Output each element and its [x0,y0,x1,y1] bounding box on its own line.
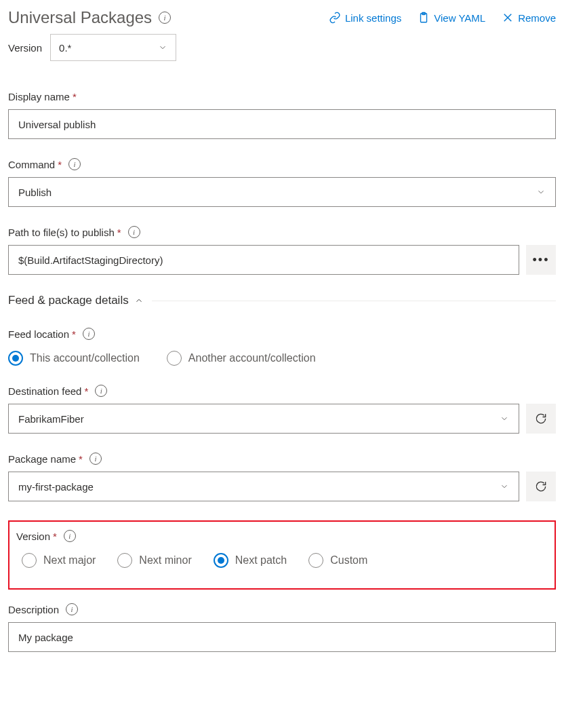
chevron-down-icon [500,414,509,423]
radio-icon [117,553,132,568]
package-name-row: my-first-package [8,472,556,501]
radio-another-account[interactable]: Another account/collection [167,351,316,366]
package-name-field: Package name* i my-first-package [8,453,556,501]
close-icon [502,12,514,24]
required-asterisk: * [72,328,76,340]
remove-label: Remove [518,12,556,24]
chevron-down-icon [536,187,546,197]
required-asterisk: * [73,91,77,102]
feed-location-field: Feed location* i This account/collection… [8,328,556,366]
version-picker-select[interactable]: 0.* [50,34,176,61]
browse-button[interactable]: ••• [526,245,556,275]
page-title: Universal Packages [8,8,152,27]
info-icon[interactable]: i [68,158,81,170]
view-yaml-label: View YAML [434,12,485,24]
required-asterisk: * [84,385,88,397]
info-icon[interactable]: i [159,12,171,24]
display-name-input[interactable] [8,109,556,139]
link-icon [329,12,341,24]
description-label: Description [8,604,59,615]
version-field: Version* i Next major Next minor Next pa… [16,530,548,568]
chevron-up-icon [134,296,144,305]
page-header: Universal Packages i Link settings View … [8,8,556,27]
ellipsis-icon: ••• [533,253,550,267]
section-title: Feed & package details [8,294,129,307]
required-asterisk: * [117,227,121,238]
command-select[interactable]: Publish [8,177,556,207]
command-field: Command* i Publish [8,158,556,207]
section-feed-details[interactable]: Feed & package details [8,294,556,309]
version-picker-row: Version 0.* [8,34,556,61]
link-settings-button[interactable]: Link settings [329,12,401,24]
radio-custom[interactable]: Custom [308,553,367,568]
version-radios: Next major Next minor Next patch Custom [16,549,548,568]
description-input[interactable] [8,622,556,652]
feed-location-radios: This account/collection Another account/… [8,347,556,366]
package-name-label-row: Package name* i [8,453,556,465]
info-icon[interactable]: i [128,226,140,238]
radio-label: Another account/collection [188,352,316,364]
feed-location-label-row: Feed location* i [8,328,556,340]
refresh-button[interactable] [526,472,556,501]
version-label-row: Version* i [16,530,548,542]
version-label: Version [16,531,50,542]
section-divider [152,301,556,301]
display-name-label-row: Display name* [8,91,556,102]
radio-icon [214,553,228,568]
info-icon[interactable]: i [66,603,78,615]
path-input-row: ••• [8,245,556,275]
remove-button[interactable]: Remove [502,12,556,24]
radio-next-patch[interactable]: Next patch [214,553,287,568]
link-settings-label: Link settings [345,12,401,24]
header-actions: Link settings View YAML Remove [329,12,556,24]
feed-location-label: Feed location [8,328,69,340]
version-picker-value: 0.* [59,42,71,54]
command-value: Publish [18,187,52,198]
view-yaml-button[interactable]: View YAML [418,12,485,24]
description-field: Description i [8,603,556,652]
destination-feed-value: FabrikamFiber [18,413,84,425]
destination-feed-select[interactable]: FabrikamFiber [8,404,519,434]
radio-label: Custom [330,554,367,567]
info-icon[interactable]: i [83,328,95,340]
command-label: Command [8,159,55,170]
version-picker-label: Version [8,42,42,54]
required-asterisk: * [53,531,57,542]
display-name-label: Display name [8,91,70,102]
radio-next-major[interactable]: Next major [22,553,96,568]
destination-feed-field: Destination feed* i FabrikamFiber [8,385,556,434]
radio-label: This account/collection [30,352,140,364]
radio-next-minor[interactable]: Next minor [117,553,191,568]
info-icon[interactable]: i [64,530,76,542]
radio-this-account[interactable]: This account/collection [8,351,140,366]
refresh-button[interactable] [526,404,556,434]
clipboard-icon [418,12,430,24]
chevron-down-icon [500,482,509,491]
radio-icon [308,553,323,568]
radio-label: Next patch [235,554,287,567]
package-name-select[interactable]: my-first-package [8,472,519,501]
required-asterisk: * [79,453,83,465]
refresh-icon [534,480,548,493]
radio-label: Next major [43,554,96,567]
radio-icon [167,351,182,366]
radio-label: Next minor [139,554,191,567]
destination-feed-row: FabrikamFiber [8,404,556,434]
command-label-row: Command* i [8,158,556,170]
package-name-label: Package name [8,453,76,465]
version-highlight-box: Version* i Next major Next minor Next pa… [8,520,556,590]
path-field: Path to file(s) to publish* i ••• [8,226,556,275]
info-icon[interactable]: i [95,385,107,397]
destination-feed-label: Destination feed [8,385,81,397]
path-label: Path to file(s) to publish [8,227,115,238]
info-icon[interactable]: i [89,453,102,465]
description-label-row: Description i [8,603,556,615]
path-input[interactable] [8,245,519,275]
chevron-down-icon [158,43,167,52]
radio-icon [8,351,23,366]
destination-feed-label-row: Destination feed* i [8,385,556,397]
radio-icon [22,553,37,568]
refresh-icon [534,412,548,425]
display-name-field: Display name* [8,91,556,139]
package-name-value: my-first-package [18,481,94,493]
